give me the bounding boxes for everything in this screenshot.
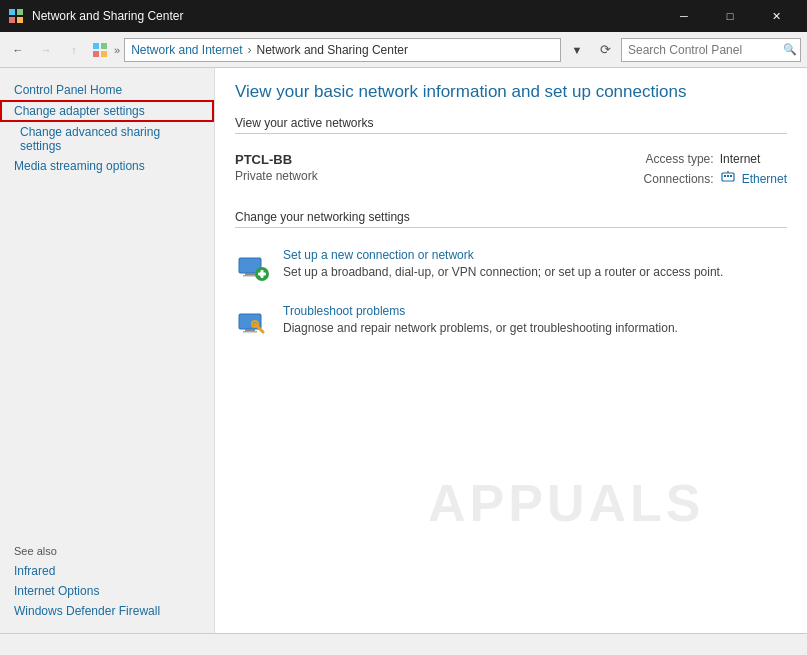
watermark: APPUALS [428,473,704,533]
svg-rect-1 [17,9,23,15]
main-area: Control Panel Home Change adapter settin… [0,68,807,633]
address-breadcrumb[interactable]: Network and Internet › Network and Shari… [124,38,561,62]
sidebar-item-internet-options[interactable]: Internet Options [0,581,214,601]
window-controls: ─ □ ✕ [661,0,799,32]
maximize-button[interactable]: □ [707,0,753,32]
access-type-label: Access type: [634,152,714,166]
window: Network and Sharing Center ─ □ ✕ ← → ↑ »… [0,0,807,655]
network-name: PTCL-BB [235,152,318,167]
svg-rect-4 [93,43,99,49]
breadcrumb-separator: › [248,43,252,57]
dropdown-button[interactable]: ▼ [565,38,589,62]
active-networks-row: PTCL-BB Private network Access type: Int… [235,144,787,200]
sidebar-item-change-advanced[interactable]: Change advanced sharing settings [0,122,214,156]
svg-rect-18 [258,273,266,276]
networking-settings-section: Change your networking settings [235,210,787,350]
troubleshoot-icon [235,304,271,340]
svg-rect-3 [17,17,23,23]
refresh-button[interactable]: ⟳ [593,38,617,62]
content-title: View your basic network information and … [235,82,787,102]
status-bar [0,633,807,655]
see-also-label: See also [0,531,214,561]
new-connection-text: Set up a new connection or network Set u… [283,248,787,281]
sidebar: Control Panel Home Change adapter settin… [0,68,215,633]
svg-rect-15 [243,275,257,277]
search-input[interactable] [621,38,801,62]
breadcrumb-grid-icon [90,40,110,60]
search-wrapper: 🔍 [621,38,801,62]
troubleshoot-text: Troubleshoot problems Diagnose and repai… [283,304,787,337]
ethernet-icon [720,169,736,188]
troubleshoot-link[interactable]: Troubleshoot problems [283,304,787,318]
sidebar-item-media-streaming[interactable]: Media streaming options [0,156,214,176]
back-button[interactable]: ← [6,38,30,62]
window-icon [8,8,24,24]
sidebar-item-infrared[interactable]: Infrared [0,561,214,581]
sidebar-item-windows-defender[interactable]: Windows Defender Firewall [0,601,214,621]
connections-label: Connections: [634,172,714,186]
new-connection-link[interactable]: Set up a new connection or network [283,248,787,262]
access-type-value: Internet [720,152,761,166]
sidebar-item-control-panel-home[interactable]: Control Panel Home [0,80,214,100]
close-button[interactable]: ✕ [753,0,799,32]
connections-row: Connections: Ethernet [634,169,787,188]
svg-rect-2 [9,17,15,23]
network-type: Private network [235,169,318,183]
search-icon: 🔍 [783,43,797,56]
new-connection-item: Set up a new connection or network Set u… [235,238,787,294]
svg-rect-7 [101,51,107,57]
ethernet-link[interactable]: Ethernet [742,172,787,186]
breadcrumb-network-internet[interactable]: Network and Internet [131,43,242,57]
window-title: Network and Sharing Center [32,9,661,23]
active-networks-header: View your active networks [235,116,787,134]
svg-rect-14 [245,273,255,275]
new-connection-desc: Set up a broadband, dial-up, or VPN conn… [283,265,723,279]
network-info-right: Access type: Internet Connections: [634,152,787,188]
minimize-button[interactable]: ─ [661,0,707,32]
svg-rect-6 [93,51,99,57]
networking-settings-header: Change your networking settings [235,210,787,228]
breadcrumb-current: Network and Sharing Center [257,43,408,57]
troubleshoot-desc: Diagnose and repair network problems, or… [283,321,678,335]
sidebar-item-change-adapter[interactable]: Change adapter settings [0,100,214,122]
access-type-row: Access type: Internet [634,152,787,166]
new-connection-icon [235,248,271,284]
svg-rect-11 [730,175,732,177]
svg-rect-5 [101,43,107,49]
address-bar: ← → ↑ » Network and Internet › Network a… [0,32,807,68]
svg-rect-10 [727,175,729,177]
svg-rect-0 [9,9,15,15]
breadcrumb-separator-1: » [114,44,120,56]
troubleshoot-item: Troubleshoot problems Diagnose and repai… [235,294,787,350]
content-area: View your basic network information and … [215,68,807,633]
forward-button[interactable]: → [34,38,58,62]
svg-rect-21 [243,331,257,333]
title-bar: Network and Sharing Center ─ □ ✕ [0,0,807,32]
up-button[interactable]: ↑ [62,38,86,62]
svg-rect-20 [245,329,255,331]
svg-rect-9 [724,175,726,177]
network-identity: PTCL-BB Private network [235,152,318,183]
